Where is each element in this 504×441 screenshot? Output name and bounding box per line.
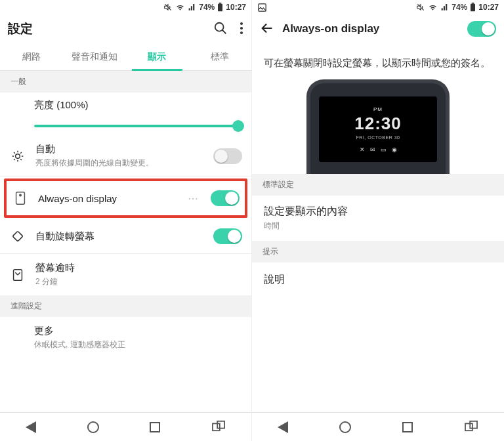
screen-timeout-row[interactable]: 螢幕逾時 2 分鐘 bbox=[0, 254, 251, 295]
tab-display[interactable]: 顯示 bbox=[126, 43, 189, 70]
brightness-label: 亮度 (100%) bbox=[34, 99, 240, 112]
mock-phone-frame: PM 12:30 FRI, OCTOBER 30 ✕✉▭◉ bbox=[306, 79, 450, 174]
svg-rect-9 bbox=[12, 231, 23, 242]
svg-point-5 bbox=[240, 32, 243, 34]
back-icon[interactable] bbox=[260, 21, 274, 37]
nav-bar bbox=[0, 412, 251, 441]
aod-highlight: Always-on display ⋯ bbox=[4, 178, 247, 218]
brightness-slider-knob[interactable] bbox=[232, 120, 244, 132]
clock-time: 12:30 bbox=[354, 114, 402, 134]
content-row[interactable]: 設定要顯示的內容 時間 bbox=[252, 196, 504, 241]
section-tip: 提示 bbox=[252, 241, 504, 262]
signal-icon bbox=[440, 3, 449, 12]
status-bar: 74% 10:27 bbox=[252, 0, 504, 14]
rotate-label: 自動旋轉螢幕 bbox=[35, 230, 204, 243]
aod-icon bbox=[12, 191, 29, 205]
tab-network[interactable]: 網路 bbox=[0, 43, 63, 70]
svg-rect-11 bbox=[213, 423, 220, 430]
battery-pct: 74% bbox=[452, 3, 467, 12]
app-header: 設定 bbox=[0, 14, 251, 43]
auto-brightness-desc: 亮度將依據周圍的光線自動變更。 bbox=[35, 158, 204, 169]
nav-back-icon[interactable] bbox=[26, 421, 36, 433]
svg-point-6 bbox=[16, 154, 20, 158]
nav-recent-icon[interactable] bbox=[402, 422, 413, 432]
clock-notif-icons: ✕✉▭◉ bbox=[360, 146, 397, 153]
wifi-icon bbox=[175, 3, 185, 12]
nav-home-icon[interactable] bbox=[339, 421, 351, 433]
svg-rect-14 bbox=[471, 4, 475, 11]
mute-icon bbox=[416, 3, 425, 12]
battery-pct: 74% bbox=[199, 3, 215, 12]
signal-icon bbox=[188, 3, 196, 12]
brightness-icon bbox=[9, 150, 26, 163]
content-value: 時間 bbox=[264, 220, 492, 232]
more-row[interactable]: 更多 休眠模式, 運動感應器校正 bbox=[0, 317, 251, 358]
rotate-icon bbox=[9, 229, 26, 243]
tab-general[interactable]: 標準 bbox=[188, 43, 251, 70]
auto-brightness-row[interactable]: 自動 亮度將依據周圍的光線自動變更。 bbox=[0, 135, 251, 177]
section-standard: 標準設定 bbox=[252, 174, 504, 196]
status-time: 10:27 bbox=[226, 3, 246, 12]
nav-dual-window-icon[interactable] bbox=[464, 420, 478, 434]
right-phone-screen: 74% 10:27 Always-on display 可在螢幕關閉時設定螢幕，… bbox=[252, 0, 504, 441]
settings-tabs: 網路 聲音和通知 顯示 標準 bbox=[0, 43, 251, 71]
clock-date: FRI, OCTOBER 30 bbox=[356, 135, 400, 140]
wifi-icon bbox=[428, 3, 438, 12]
nav-bar bbox=[252, 412, 504, 441]
aod-more-icon: ⋯ bbox=[188, 192, 199, 205]
battery-icon bbox=[470, 3, 476, 12]
page-title: 設定 bbox=[8, 20, 205, 37]
rotate-toggle[interactable] bbox=[213, 228, 242, 244]
nav-dual-window-icon[interactable] bbox=[211, 420, 226, 434]
aod-header: Always-on display bbox=[252, 14, 504, 43]
clock-ampm: PM bbox=[373, 106, 383, 112]
more-label: 更多 bbox=[34, 325, 242, 337]
content-label: 設定要顯示的內容 bbox=[264, 205, 492, 219]
section-advanced: 進階設定 bbox=[0, 295, 251, 317]
more-desc: 休眠模式, 運動感應器校正 bbox=[34, 339, 242, 350]
battery-icon bbox=[217, 3, 223, 12]
nav-home-icon[interactable] bbox=[87, 421, 99, 433]
mock-phone-screen: PM 12:30 FRI, OCTOBER 30 ✕✉▭◉ bbox=[319, 96, 437, 162]
svg-point-4 bbox=[240, 27, 243, 30]
svg-point-8 bbox=[20, 194, 22, 196]
svg-rect-15 bbox=[472, 3, 474, 4]
svg-rect-12 bbox=[217, 421, 224, 429]
svg-rect-1 bbox=[219, 3, 222, 4]
svg-rect-13 bbox=[259, 3, 266, 10]
section-general: 一般 bbox=[0, 71, 251, 93]
aod-toggle[interactable] bbox=[211, 190, 240, 206]
nav-back-icon[interactable] bbox=[278, 421, 288, 433]
aod-description: 可在螢幕關閉時設定螢幕，以顯示時間或您的簽名。 bbox=[252, 43, 504, 77]
svg-rect-16 bbox=[465, 423, 472, 430]
overflow-menu-icon[interactable] bbox=[240, 22, 243, 37]
svg-point-3 bbox=[240, 22, 243, 25]
mute-icon bbox=[163, 3, 173, 12]
tab-sound[interactable]: 聲音和通知 bbox=[63, 43, 126, 70]
aod-master-toggle[interactable] bbox=[467, 21, 496, 37]
nav-recent-icon[interactable] bbox=[150, 422, 160, 432]
left-phone-screen: 74% 10:27 設定 網路 聲音和通知 顯示 標準 一般 亮度 (100%) bbox=[0, 0, 252, 441]
always-on-display-row[interactable]: Always-on display ⋯ bbox=[7, 181, 245, 215]
status-bar: 74% 10:27 bbox=[0, 0, 251, 14]
gallery-icon bbox=[257, 3, 267, 12]
timeout-label: 螢幕逾時 bbox=[35, 262, 242, 274]
aod-label: Always-on display bbox=[38, 193, 178, 204]
brightness-slider[interactable] bbox=[34, 125, 240, 127]
help-label: 說明 bbox=[264, 273, 492, 287]
aod-preview: PM 12:30 FRI, OCTOBER 30 ✕✉▭◉ bbox=[252, 77, 504, 174]
search-icon[interactable] bbox=[213, 21, 228, 37]
status-time: 10:27 bbox=[478, 3, 499, 12]
svg-point-2 bbox=[215, 22, 224, 31]
aod-page-title: Always-on display bbox=[282, 22, 459, 35]
help-row[interactable]: 說明 bbox=[252, 262, 504, 297]
auto-brightness-label: 自動 bbox=[35, 143, 204, 156]
timeout-icon bbox=[9, 268, 26, 282]
auto-rotate-row[interactable]: 自動旋轉螢幕 bbox=[0, 219, 251, 253]
svg-rect-0 bbox=[218, 4, 222, 11]
svg-rect-17 bbox=[470, 421, 477, 429]
timeout-value: 2 分鐘 bbox=[35, 276, 242, 287]
auto-brightness-toggle[interactable] bbox=[213, 148, 242, 164]
